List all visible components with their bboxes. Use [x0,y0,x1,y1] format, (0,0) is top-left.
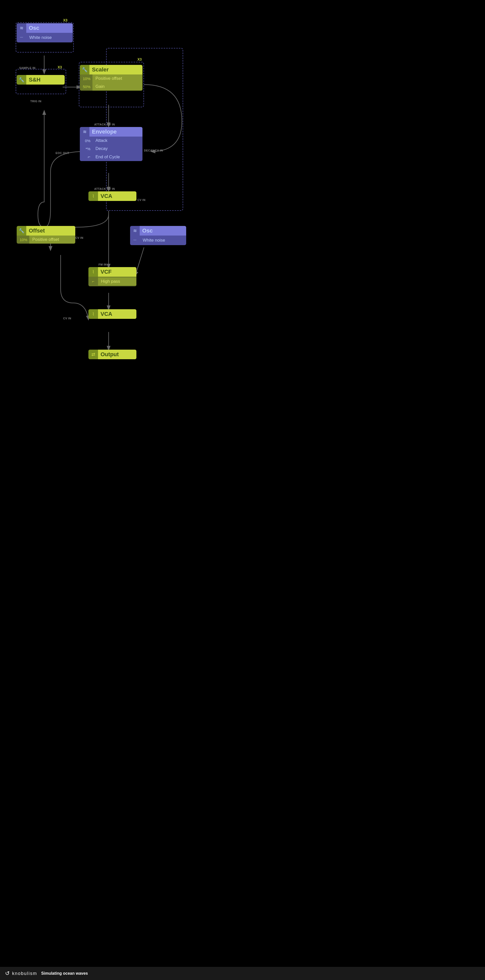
osc1-row1: White noise [26,33,73,41]
osc1-module: ≋ Osc 〰 White noise [17,23,73,42]
scaler-x-label: X3 [137,57,142,61]
vca1-module: ⌇ VCA [88,191,136,201]
vca1-icon: ⌇ [88,191,98,201]
footer-brand: knobulism [12,971,37,976]
eoc-out-label: EOC OUT [56,151,69,154]
envelope-module: ≋ Envelope 0% Attack *% Decay ⌐ End of C… [80,127,142,161]
footer-tagline: Simulating ocean waves [41,971,88,976]
offset-icon: 🔧 [17,226,26,235]
vca2-module: ⌇ VCA [88,309,136,319]
vca2-cv-in-label: CV IN [63,317,71,320]
vcf-module: ⌇ VCF ⌐ High pass [88,267,136,286]
vcf-icon: ⌇ [88,267,98,277]
vcf-row1: High pass [98,277,136,286]
vcf-title: VCF [98,267,136,277]
vca2-icon: ⌇ [88,309,98,319]
envelope-row1: Attack [93,137,142,145]
offset-title: Offset [26,226,75,235]
svg-line-5 [136,247,144,275]
vca1-title: VCA [98,191,136,201]
osc2-row1: White noise [140,236,186,244]
vca2-title: VCA [98,309,136,319]
envelope-title: Envelope [89,127,142,137]
osc2-title: Osc [140,226,186,235]
scaler-module: 🔧 Scaler 10% Positive offset 50% Gain [80,65,142,91]
osc2-module: ≋ Osc 〰 White noise [130,226,186,245]
envelope-row2: Decay [93,145,142,153]
offset-cv-in-label: CV IN [75,236,83,239]
vcf-fm-in-label: FM IN [99,263,107,266]
sh-module: 🔧 S&H [17,75,65,84]
scaler-row2: Gain [93,83,142,91]
envelope-val2: *% [80,145,93,153]
output-title: Output [98,350,136,359]
footer-bar: ↺ knobulism Simulating ocean waves [0,967,197,980]
offset-val1: 10% [17,236,29,243]
osc1-noise-icon: 〰 [17,33,26,42]
decay-cv-in-label: DECAY CV IN [144,149,163,152]
output-module: ⇄ Output [88,350,136,359]
sh-x-label: X3 [57,65,62,69]
offset-row1: Positive offset [29,235,75,243]
envelope-attack-cv-in-label: ATTACK CV IN [94,123,115,126]
osc1-x-label: X3 [63,18,67,22]
sh-trig-in-label: TRIG IN [30,100,41,103]
vcf-hp-icon: ⌐ [88,277,98,286]
envelope-val1: 0% [80,137,93,145]
envelope-icon: ≋ [80,127,89,137]
output-icon: ⇄ [88,350,98,359]
scaler-val2: 50% [80,83,93,91]
sh-title: S&H [26,75,65,84]
osc2-icon: ≋ [130,226,140,235]
osc2-noise-icon: 〰 [130,235,140,245]
scaler-row1: Positive offset [93,75,142,83]
osc1-title: Osc [26,23,73,33]
sh-icon: 🔧 [17,75,26,84]
osc1-icon: ≋ [17,23,26,33]
scaler-icon: 🔧 [80,65,89,75]
scaler-title: Scaler [89,65,142,75]
footer-logo-icon: ↺ [5,970,10,977]
sh-sample-in-label: SAMPLE IN [19,67,35,69]
offset-module: 🔧 Offset 10% Positive offset [17,226,75,243]
envelope-row3: End of Cycle [93,153,142,161]
envelope-val3: ⌐ [80,153,93,161]
scaler-val1: 10% [80,75,93,82]
vca1-attack-cv-in-label: ATTACK CV IN [94,187,115,190]
vca1-cv-in-label: CV IN [137,199,145,202]
